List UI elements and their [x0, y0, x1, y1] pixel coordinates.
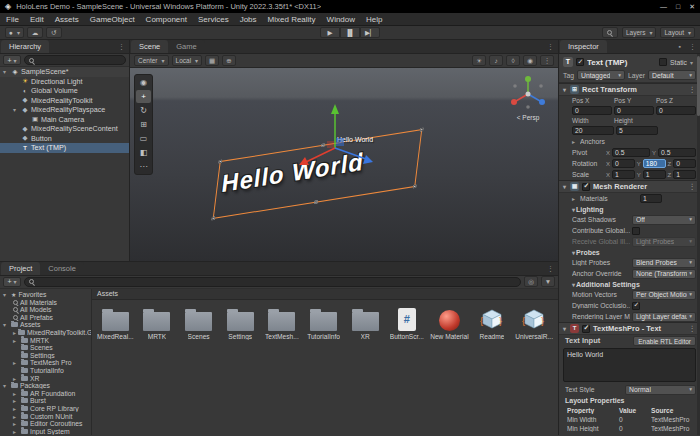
layout-dropdown[interactable]: Layout [660, 27, 695, 38]
tree-tutorialinfo[interactable]: TutorialInfo [0, 367, 91, 375]
tree-textmesh-pro[interactable]: ▸TextMesh Pro [0, 359, 91, 367]
rotation-x-field[interactable]: 0 [612, 159, 635, 168]
panel-menu-icon[interactable]: ⋮ [114, 40, 129, 53]
view-tool-icon[interactable]: ◉ [136, 76, 151, 89]
gameobject-name-field[interactable]: Text (TMP) [587, 58, 656, 67]
hidden-packages-icon[interactable]: ◎ [524, 276, 538, 287]
undo-history-icon[interactable]: ↺ [46, 27, 62, 38]
asset-folder[interactable]: MixedReal... [97, 304, 134, 340]
close-button[interactable]: ✕ [689, 3, 695, 11]
asset-folder[interactable]: XR [347, 304, 384, 340]
handle[interactable] [413, 185, 416, 189]
asset-material[interactable]: New Material [430, 304, 468, 340]
lighting-toggle-icon[interactable]: ☀ [472, 55, 486, 66]
component-enabled-checkbox[interactable] [582, 183, 590, 191]
tab-game[interactable]: Game [168, 40, 204, 53]
scale-tool-icon[interactable]: ⊞ [136, 118, 151, 131]
layers-dropdown[interactable]: Layers [622, 27, 657, 38]
menu-gameobject[interactable]: GameObject [90, 15, 135, 24]
tree-core-rp-library[interactable]: ▸Core RP Library [0, 405, 91, 413]
step-button[interactable]: ▶▏ [360, 27, 380, 38]
handle[interactable] [219, 160, 222, 164]
tree-all-materials[interactable]: All Materials [0, 298, 91, 306]
tag-dropdown[interactable]: Untagged [577, 70, 625, 80]
tab-project[interactable]: Project [1, 262, 40, 275]
component-menu-icon[interactable]: ⋮ [689, 324, 697, 333]
filter-icon[interactable]: ▼ [541, 276, 555, 287]
menu-assets[interactable]: Assets [55, 15, 79, 24]
orientation-gizmo[interactable]: < Persp [506, 74, 550, 121]
menu-mixed-reality[interactable]: Mixed Reality [268, 15, 316, 24]
scale-x-field[interactable]: 1 [612, 170, 635, 179]
pos-y-field[interactable]: 0 [614, 106, 654, 115]
cloud-icon[interactable]: ☁ [27, 27, 43, 38]
anchor-override-field[interactable]: None (Transform) [632, 269, 696, 279]
materials-foldout[interactable]: ▸Materials 1 [559, 193, 700, 204]
project-breadcrumb[interactable]: Assets [92, 289, 558, 300]
tree-mrtk[interactable]: ▸MRTK [0, 336, 91, 344]
hierarchy-search-input[interactable] [24, 55, 126, 65]
height-field[interactable]: 5 [616, 126, 658, 135]
tree-settings[interactable]: Settings [0, 351, 91, 359]
asset-folder[interactable]: MRTK [139, 304, 176, 340]
minimize-button[interactable]: — [660, 3, 667, 11]
tab-scene[interactable]: Scene [131, 40, 168, 53]
menu-component[interactable]: Component [146, 15, 187, 24]
audio-toggle-icon[interactable]: ♪ [489, 55, 503, 66]
menu-window[interactable]: Window [327, 15, 355, 24]
snap-increment-icon[interactable]: ⊕ [222, 55, 236, 66]
foldout-icon[interactable] [563, 324, 567, 333]
tree-packages[interactable]: ▾Packages [0, 382, 91, 390]
hierarchy-item-global-volume[interactable]: ◐ Global Volume [0, 86, 129, 96]
panel-menu-icon[interactable]: ⋮ [543, 40, 558, 53]
hierarchy-item-main-camera[interactable]: ▣ Main Camera [0, 115, 129, 125]
hierarchy-item-samplescene[interactable]: ▾ ◈ SampleScene* [0, 67, 129, 77]
effects-toggle-icon[interactable]: ◊ [506, 55, 520, 66]
tree-all-models[interactable]: All Models [0, 306, 91, 314]
menu-edit[interactable]: Edit [30, 15, 44, 24]
tree-editor-coroutines[interactable]: ▸Editor Coroutines [0, 420, 91, 428]
enable-rtl-button[interactable]: Enable RTL Editor [633, 336, 696, 346]
receive-gi-dropdown[interactable]: Light Probes [632, 237, 696, 247]
cast-shadows-dropdown[interactable]: Off [632, 215, 696, 225]
hierarchy-item-mixedrealitytoolkit[interactable]: ◆ MixedRealityToolkit [0, 96, 129, 106]
tree-scenes[interactable]: Scenes [0, 344, 91, 352]
pivot-x-field[interactable]: 0.5 [612, 148, 650, 157]
pos-z-field[interactable]: 0 [656, 106, 696, 115]
tree-mrtk-generated[interactable]: ▸MixedRealityToolkit.Gen... [0, 329, 91, 337]
dynamic-occlusion-checkbox[interactable] [632, 302, 640, 310]
tab-console[interactable]: Console [40, 262, 84, 275]
tree-assets[interactable]: ▾Assets [0, 321, 91, 329]
handle[interactable] [212, 217, 215, 221]
handle-orientation-dropdown[interactable]: Local [172, 55, 203, 66]
rect-tool-icon[interactable]: ▭ [136, 132, 151, 145]
text-style-dropdown[interactable]: Normal [625, 385, 696, 395]
hierarchy-create-button[interactable]: + [3, 55, 21, 65]
hierarchy-item-mixedrealityscenecontent[interactable]: ◆ MixedRealitySceneContent [0, 124, 129, 134]
visibility-toggle-icon[interactable]: ◉ [523, 55, 537, 66]
asset-script[interactable]: #ButtonScr... [389, 304, 426, 340]
width-field[interactable]: 20 [572, 126, 614, 135]
asset-readme[interactable]: {} Readme [474, 304, 511, 340]
account-icon[interactable]: ● [5, 27, 24, 38]
hierarchy-item-button[interactable]: ◆ Button [0, 134, 129, 144]
static-dropdown-icon[interactable]: ▾ [690, 59, 696, 66]
handle[interactable] [314, 200, 317, 204]
light-probes-dropdown[interactable]: Blend Probes [632, 258, 696, 268]
tree-ar-foundation[interactable]: ▸AR Foundation [0, 389, 91, 397]
hierarchy-item-mixedrealityplayspace[interactable]: ▾ ◆ MixedRealityPlayspace [0, 105, 129, 115]
hierarchy-item-directional-light[interactable]: ☀ Directional Light [0, 77, 129, 87]
scale-y-field[interactable]: 1 [643, 170, 666, 179]
tree-favorites[interactable]: ▾★Favorites [0, 291, 91, 299]
panel-menu-icon[interactable]: ⋮ [685, 40, 700, 53]
move-gizmo[interactable] [290, 102, 380, 182]
project-create-button[interactable]: + [3, 277, 21, 287]
scene-viewport[interactable]: ◉ + ↻ ⊞ ▭ ◧ ⋯ Hello World [130, 68, 558, 261]
menu-help[interactable]: Help [366, 15, 382, 24]
component-menu-icon[interactable]: ⋮ [689, 85, 697, 94]
textmeshpro-header[interactable]: T TextMeshPro - Text ⋮ [559, 322, 700, 335]
hierarchy-item-text-tmp[interactable]: T Text (TMP) [0, 143, 129, 153]
rect-transform-header[interactable]: ⊞ Rect Transform ⋮ [559, 83, 700, 96]
asset-folder[interactable]: TutorialInfo [305, 304, 342, 340]
pause-button[interactable]: ▐▌ [340, 27, 360, 38]
